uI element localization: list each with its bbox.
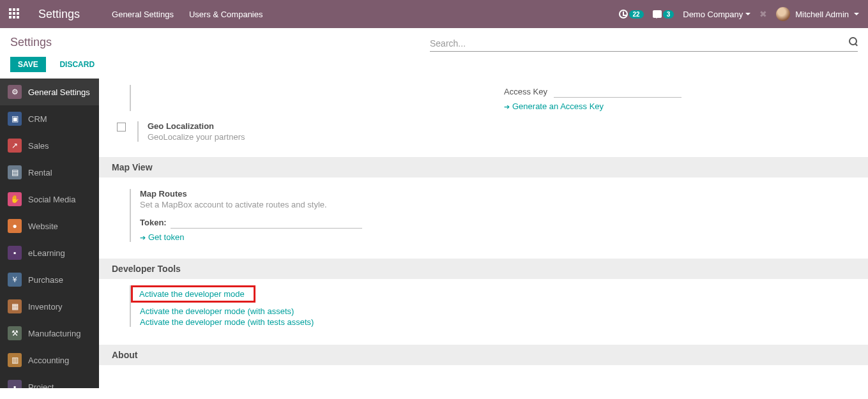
sidebar-icon: ✋ <box>8 192 22 206</box>
sidebar-item-elearning[interactable]: ▪eLearning <box>0 239 99 266</box>
sidebar-item-purchase[interactable]: ￥Purchase <box>0 266 99 293</box>
user-menu[interactable]: Mitchell Admin <box>776 7 859 21</box>
sidebar-icon: ▪ <box>8 246 22 260</box>
map-routes-title: Map Routes <box>140 189 487 199</box>
messaging-count: 3 <box>663 10 674 19</box>
generate-access-key-label: Generate an Access Key <box>512 102 604 111</box>
menu-users-companies[interactable]: Users & Companies <box>189 10 263 19</box>
sidebar-item-website[interactable]: ●Website <box>0 213 99 239</box>
sidebar-item-label: Sales <box>28 141 49 151</box>
sidebar-item-accounting[interactable]: ▥Accounting <box>0 347 99 373</box>
arrow-right-icon <box>504 102 510 111</box>
sidebar-icon: ↗ <box>8 139 22 153</box>
sidebar-icon: ⚒ <box>8 326 22 340</box>
messaging-indicator[interactable]: 3 <box>653 10 674 19</box>
activity-count: 22 <box>629 10 644 19</box>
sidebar-item-crm[interactable]: ▣CRM <box>0 105 99 132</box>
sidebar-item-label: Project <box>28 382 54 389</box>
discard-button[interactable]: DISCARD <box>52 57 102 72</box>
search-input[interactable] <box>430 36 858 52</box>
sidebar-icon: ⚙ <box>8 85 22 99</box>
map-routes-desc: Set a MapBox account to activate routes … <box>140 200 487 209</box>
debug-icon[interactable]: ✖ <box>759 9 767 19</box>
breadcrumb: Settings <box>10 36 52 49</box>
activate-dev-mode-assets-link[interactable]: Activate the developer mode (with assets… <box>140 306 837 316</box>
section-about: About <box>99 345 868 365</box>
sidebar-icon: ● <box>8 219 22 233</box>
sidebar-item-general-settings[interactable]: ⚙General Settings <box>0 79 99 105</box>
highlight-activate-dev: Activate the developer mode <box>131 285 255 303</box>
sidebar-item-label: Purchase <box>28 275 63 285</box>
chevron-down-icon <box>745 13 750 15</box>
sidebar-icon: ▥ <box>8 353 22 367</box>
geo-title: Geo Localization <box>148 121 245 131</box>
apps-icon[interactable] <box>9 8 20 20</box>
sidebar-item-label: CRM <box>28 114 47 124</box>
generate-access-key-link[interactable]: Generate an Access Key <box>504 102 604 111</box>
sidebar-item-sales[interactable]: ↗Sales <box>0 132 99 159</box>
section-map-view: Map View <box>99 157 868 177</box>
chevron-down-icon <box>854 13 859 15</box>
app-title: Settings <box>38 8 80 21</box>
activate-dev-mode-tests-link[interactable]: Activate the developer mode (with tests … <box>140 317 837 327</box>
sidebar-item-label: General Settings <box>28 87 90 97</box>
sidebar-icon: ▣ <box>8 112 22 126</box>
menu-general-settings[interactable]: General Settings <box>112 10 174 19</box>
sidebar-item-label: Rental <box>28 168 52 177</box>
sidebar-item-label: Inventory <box>28 302 62 312</box>
chat-icon <box>653 10 662 18</box>
sidebar-icon: ▦ <box>8 299 22 313</box>
sidebar-item-inventory[interactable]: ▦Inventory <box>0 293 99 320</box>
company-selector[interactable]: Demo Company <box>683 10 750 19</box>
sidebar-item-rental[interactable]: ▤Rental <box>0 159 99 186</box>
sidebar-icon: ￥ <box>8 273 22 287</box>
sidebar-item-project[interactable]: ▪Project <box>0 373 99 388</box>
get-token-link[interactable]: Get token <box>140 232 184 242</box>
sidebar-icon: ▪ <box>8 380 22 388</box>
company-label: Demo Company <box>683 10 743 19</box>
arrow-right-icon <box>140 232 146 242</box>
sidebar-item-label: Website <box>28 222 58 231</box>
activate-dev-mode-link[interactable]: Activate the developer mode <box>139 289 245 299</box>
sidebar-item-label: Social Media <box>28 195 75 204</box>
token-input[interactable] <box>171 216 362 229</box>
activity-indicator[interactable]: 22 <box>619 10 644 19</box>
geo-desc: GeoLocalize your partners <box>148 132 245 142</box>
token-label: Token: <box>140 218 167 227</box>
sidebar-item-social-media[interactable]: ✋Social Media <box>0 186 99 213</box>
sidebar: ⚙General Settings▣CRM↗Sales▤Rental✋Socia… <box>0 79 99 388</box>
sidebar-item-label: eLearning <box>28 248 65 258</box>
save-button[interactable]: SAVE <box>10 57 46 72</box>
geo-localization-checkbox[interactable] <box>117 123 126 132</box>
section-developer-tools: Developer Tools <box>99 259 868 279</box>
sidebar-item-label: Accounting <box>28 356 69 365</box>
get-token-label: Get token <box>148 232 184 242</box>
sidebar-item-manufacturing[interactable]: ⚒Manufacturing <box>0 320 99 347</box>
access-key-input[interactable] <box>554 85 681 98</box>
sidebar-icon: ▤ <box>8 165 22 179</box>
clock-icon <box>619 10 628 19</box>
sidebar-item-label: Manufacturing <box>28 329 80 338</box>
access-key-label: Access Key <box>504 87 547 96</box>
user-name: Mitchell Admin <box>795 10 849 19</box>
search-icon[interactable] <box>849 37 858 46</box>
avatar <box>776 7 790 21</box>
